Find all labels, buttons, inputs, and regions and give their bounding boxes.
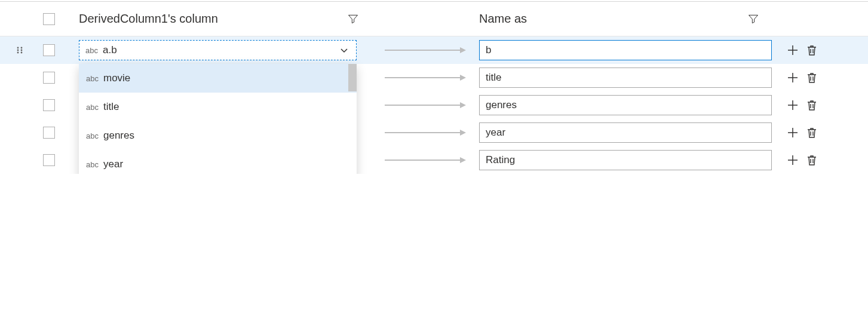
mapping-arrow <box>372 128 479 137</box>
add-button[interactable] <box>786 154 799 167</box>
name-as-header: Name as <box>479 12 772 26</box>
row-checkbox[interactable] <box>43 44 55 56</box>
delete-button[interactable] <box>805 126 818 139</box>
name-as-header-label: Name as <box>479 12 527 26</box>
add-button[interactable] <box>786 99 799 112</box>
svg-marker-23 <box>460 157 466 163</box>
type-abc-icon: abc <box>86 160 99 169</box>
svg-marker-19 <box>460 130 466 136</box>
mapping-arrow <box>372 46 479 54</box>
svg-point-5 <box>21 52 23 54</box>
chevron-down-icon <box>341 45 348 56</box>
name-as-input[interactable] <box>479 122 772 143</box>
row-checkbox[interactable] <box>43 99 55 111</box>
type-abc-icon: abc <box>86 74 99 83</box>
table-body: abc a.b <box>0 36 868 174</box>
drag-handle-icon[interactable] <box>16 46 24 54</box>
name-as-input[interactable] <box>479 95 772 115</box>
name-as-input[interactable] <box>479 40 772 60</box>
delete-button[interactable] <box>805 44 818 57</box>
dropdown-item[interactable]: abc year <box>79 150 357 174</box>
filter-icon[interactable] <box>747 13 760 26</box>
mapping-arrow <box>372 156 479 164</box>
row-checkbox[interactable] <box>43 154 55 166</box>
type-abc-icon: abc <box>85 46 98 55</box>
select-all-checkbox[interactable] <box>43 13 55 25</box>
dropdown-item[interactable]: abc movie <box>79 64 357 93</box>
type-abc-icon: abc <box>86 131 99 140</box>
delete-button[interactable] <box>805 99 818 112</box>
dropdown-item[interactable]: abc genres <box>79 121 357 150</box>
svg-marker-11 <box>460 75 466 81</box>
add-button[interactable] <box>786 71 799 84</box>
scrollbar-thumb[interactable] <box>348 64 357 91</box>
table-header-row: DerivedColumn1's column Name as <box>0 2 868 36</box>
dropdown-item[interactable]: abc title <box>79 93 357 121</box>
delete-button[interactable] <box>805 71 818 84</box>
dropdown-item-label: genres <box>103 130 134 142</box>
svg-point-0 <box>17 47 19 49</box>
column-dropdown: abc movie abc title abc genres abc year … <box>79 64 357 174</box>
mapping-arrow <box>372 101 479 109</box>
dropdown-item-label: year <box>103 158 123 170</box>
source-column-header: DerivedColumn1's column <box>79 12 372 26</box>
svg-point-3 <box>21 50 23 51</box>
header-checkbox-cell <box>30 13 79 25</box>
type-abc-icon: abc <box>86 103 99 112</box>
add-button[interactable] <box>786 126 799 139</box>
source-column-value: a.b <box>103 44 336 56</box>
filter-icon[interactable] <box>346 13 360 26</box>
mapping-arrow <box>372 73 479 82</box>
row-checkbox[interactable] <box>43 127 55 139</box>
source-column-combobox[interactable]: abc a.b <box>79 40 357 60</box>
mapping-row: abc a.b <box>0 36 868 64</box>
svg-marker-7 <box>460 47 466 53</box>
name-as-input[interactable] <box>479 150 772 170</box>
delete-button[interactable] <box>805 154 818 167</box>
svg-marker-15 <box>460 102 466 108</box>
svg-point-2 <box>17 50 19 51</box>
row-checkbox[interactable] <box>43 72 55 84</box>
svg-point-4 <box>17 52 19 54</box>
name-as-input[interactable] <box>479 68 772 88</box>
source-column-header-label: DerivedColumn1's column <box>79 12 218 26</box>
dropdown-item-label: title <box>103 101 119 113</box>
add-button[interactable] <box>786 44 799 57</box>
dropdown-item-label: movie <box>103 72 130 84</box>
svg-point-1 <box>21 47 23 49</box>
